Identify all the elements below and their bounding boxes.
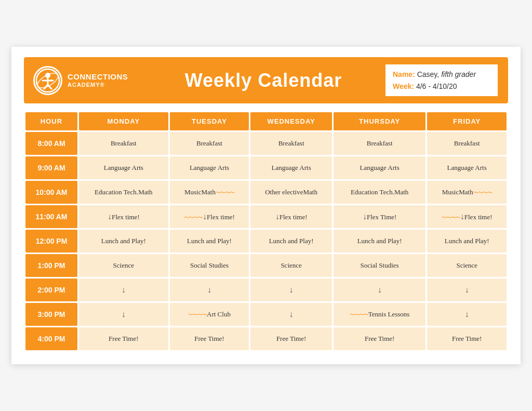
cell-content-5-wednesday: Science — [254, 261, 329, 270]
cell-text: Language Arts — [190, 164, 229, 171]
arrow-icon: ↓ — [122, 285, 126, 294]
cell-content-8-friday: Free Time! — [430, 334, 503, 343]
cell-7-tuesday: 〜〜〜〜Art Club — [170, 303, 249, 326]
cell-text: Language Arts — [104, 164, 143, 171]
arrow-icon: ↓ — [275, 212, 280, 221]
cell-3-thursday: ↓Flex Time! — [334, 205, 425, 228]
name-value: Casey, — [417, 70, 440, 78]
calendar-table: HOUR MONDAY TUESDAY WEDNESDAY THURSDAY F… — [24, 111, 508, 352]
arrow-icon: ↓ — [363, 212, 367, 221]
cell-0-wednesday: Breakfast — [250, 132, 332, 155]
cell-content-7-monday: ↓ — [82, 309, 165, 320]
arrow-icon: ↓ — [108, 212, 112, 221]
logo-connections-text: CONNECTIONS — [68, 73, 128, 82]
col-header-thursday: THURSDAY — [334, 112, 425, 130]
cell-content-3-thursday: ↓Flex Time! — [337, 211, 422, 222]
cell-4-monday: Lunch and Play! — [79, 230, 168, 253]
cell-content-3-monday: ↓Flex time! — [82, 211, 165, 222]
cell-7-wednesday: ↓ — [250, 303, 332, 326]
cell-text: Education Tech. — [351, 188, 394, 196]
col-header-hour: HOUR — [25, 112, 77, 130]
name-box: Name: Casey, fifth grader Week: 4/6 - 4/… — [384, 63, 499, 97]
cell-text: Flex time! — [280, 213, 308, 221]
cell-5-friday: Science — [427, 254, 507, 277]
header-row: HOUR MONDAY TUESDAY WEDNESDAY THURSDAY F… — [25, 112, 507, 130]
cell-content-1-tuesday: Language Arts — [173, 163, 246, 173]
cell-content-7-friday: ↓ — [430, 309, 503, 320]
cell-text: Math — [138, 188, 152, 196]
cell-content-2-friday: MusicMath〜〜〜〜 — [430, 188, 503, 197]
col-header-monday: MONDAY — [79, 112, 168, 130]
cell-text: Math — [201, 188, 215, 196]
cell-content-8-wednesday: Free Time! — [254, 334, 329, 343]
hour-cell-5: 1:00 PM — [25, 254, 77, 277]
cell-content-5-thursday: Social Studies — [337, 261, 422, 270]
cell-text: Music — [442, 188, 459, 196]
name-italic: fifth grader — [441, 70, 476, 78]
cell-text: Lunch and Play! — [101, 237, 146, 245]
arrow-icon: ↓ — [207, 285, 211, 294]
logo-icon — [33, 66, 62, 95]
cell-content-3-friday: 〜〜〜〜↓Flex time! — [430, 211, 503, 222]
cell-1-thursday: Language Arts — [334, 156, 425, 179]
arrow-icon: ↓ — [289, 285, 294, 294]
cell-text: Breakfast — [454, 139, 480, 147]
cell-7-thursday: 〜〜〜〜Tennis Lessons — [334, 303, 425, 326]
cell-text: Education Tech. — [95, 188, 138, 196]
cell-content-2-tuesday: MusicMath〜〜〜〜 — [173, 188, 246, 197]
arrow-icon: ↓ — [465, 285, 469, 294]
hour-cell-0: 8:00 AM — [25, 132, 77, 155]
cell-text: Math — [459, 188, 473, 196]
cell-6-wednesday: ↓ — [250, 279, 332, 301]
cell-text: Lunch and Play! — [445, 237, 489, 245]
cell-content-4-monday: Lunch and Play! — [82, 236, 165, 246]
hour-cell-6: 2:00 PM — [25, 279, 77, 301]
cell-content-8-monday: Free Time! — [82, 334, 165, 343]
cell-content-1-monday: Language Arts — [82, 163, 165, 173]
table-row: 9:00 AMLanguage ArtsLanguage ArtsLanguag… — [25, 156, 507, 179]
arrow-icon: ↓ — [465, 310, 469, 319]
cell-4-tuesday: Lunch and Play! — [170, 230, 249, 253]
cell-2-friday: MusicMath〜〜〜〜 — [427, 181, 507, 204]
cell-1-monday: Language Arts — [79, 156, 168, 179]
cell-text: Art Club — [207, 310, 231, 318]
arrow-icon: ↓ — [460, 212, 464, 221]
cell-content-4-tuesday: Lunch and Play! — [173, 236, 246, 246]
week-label: Week: — [393, 82, 414, 90]
cell-5-thursday: Social Studies — [334, 254, 425, 277]
cell-content-4-thursday: Lunch and Play! — [337, 236, 422, 246]
col-header-tuesday: TUESDAY — [170, 112, 249, 130]
cell-content-2-wednesday: Other electiveMath — [254, 188, 329, 197]
page-title: Weekly Calendar — [142, 70, 384, 91]
cell-text: Flex time! — [464, 213, 493, 221]
cell-text: Tennis Lessons — [368, 310, 410, 318]
cell-content-2-monday: Education Tech.Math — [82, 188, 165, 197]
cell-text: Other elective — [265, 188, 303, 196]
cell-7-monday: ↓ — [79, 303, 168, 326]
cell-2-thursday: Education Tech.Math — [334, 181, 425, 204]
cell-content-7-wednesday: ↓ — [254, 309, 329, 320]
cell-text: Math — [303, 188, 317, 196]
cell-content-7-tuesday: 〜〜〜〜Art Club — [173, 310, 246, 319]
cell-text: Free Time! — [276, 335, 306, 342]
table-row: 2:00 PM↓↓↓↓↓ — [25, 279, 507, 301]
table-row: 3:00 PM↓〜〜〜〜Art Club↓〜〜〜〜Tennis Lessons↓ — [25, 303, 507, 326]
arrow-icon: ↓ — [203, 212, 207, 221]
logo-text: CONNECTIONS ACADEMY® — [68, 73, 128, 88]
cell-8-thursday: Free Time! — [334, 327, 425, 350]
cell-content-8-thursday: Free Time! — [337, 334, 422, 343]
cell-content-0-thursday: Breakfast — [337, 139, 422, 148]
cell-4-thursday: Lunch and Play! — [334, 230, 425, 253]
cell-content-7-thursday: 〜〜〜〜Tennis Lessons — [337, 310, 422, 319]
hour-cell-8: 4:00 PM — [25, 327, 77, 350]
cell-text: Lunch and Play! — [357, 237, 402, 245]
cell-4-friday: Lunch and Play! — [427, 230, 507, 253]
cell-text: Science — [456, 261, 477, 269]
cell-8-wednesday: Free Time! — [250, 327, 332, 350]
cell-content-6-thursday: ↓ — [337, 284, 422, 296]
cell-content-6-friday: ↓ — [430, 284, 503, 296]
cell-text: Language Arts — [272, 164, 311, 171]
cell-content-5-friday: Science — [430, 261, 503, 270]
cell-5-wednesday: Science — [250, 254, 332, 277]
cell-content-0-wednesday: Breakfast — [254, 139, 329, 148]
